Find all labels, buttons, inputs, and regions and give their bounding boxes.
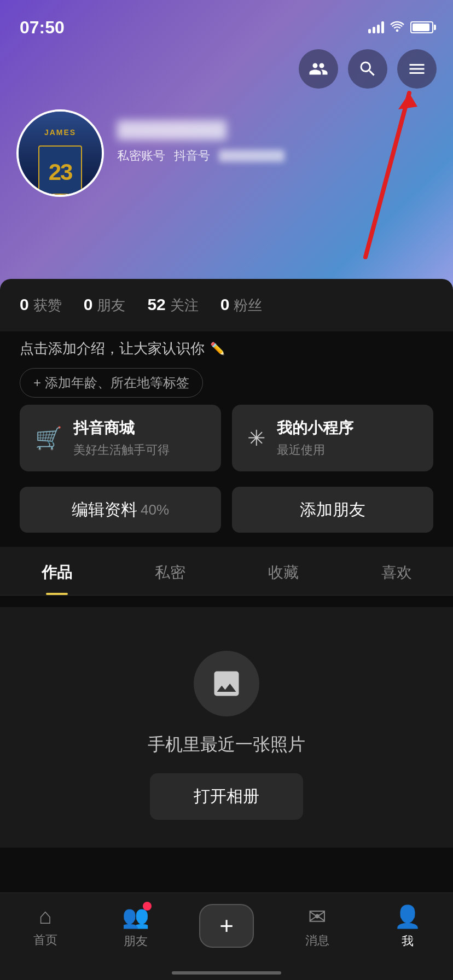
programs-name: 我的小程序 [277, 418, 353, 439]
tab-works-label: 作品 [42, 564, 72, 581]
stat-followers-value: 0 [220, 295, 230, 314]
stat-likes-label: 获赞 [33, 296, 62, 315]
nav-home-label: 首页 [33, 932, 57, 948]
mini-app-shop[interactable]: 🛒 抖音商城 美好生活触手可得 [20, 405, 221, 471]
tab-liked-label: 喜欢 [381, 564, 412, 581]
mini-app-programs[interactable]: ✳ 我的小程序 最近使用 [232, 405, 433, 471]
status-time: 07:50 [20, 18, 65, 38]
profile-name-blurred [117, 120, 226, 140]
stat-friends[interactable]: 0 朋友 [84, 295, 126, 315]
plus-icon: + [219, 914, 234, 938]
me-icon: 👤 [394, 904, 421, 930]
mini-apps-section: 🛒 抖音商城 美好生活触手可得 ✳ 我的小程序 最近使用 [0, 405, 453, 471]
friends-icon: 👥 [122, 904, 149, 930]
avatar[interactable]: JAMES 23 [16, 109, 104, 197]
home-indicator [172, 971, 281, 975]
tab-private-label: 私密 [155, 564, 185, 581]
shop-info: 抖音商城 美好生活触手可得 [73, 418, 170, 458]
avatar-image: JAMES 23 [19, 112, 102, 195]
shop-name: 抖音商城 [73, 418, 170, 439]
tab-works[interactable]: 作品 [0, 547, 113, 595]
home-icon: ⌂ [39, 904, 52, 929]
status-icons [368, 20, 433, 35]
menu-button[interactable] [397, 49, 437, 89]
add-friend-label: 添加朋友 [300, 499, 365, 521]
nav-friends-label: 朋友 [124, 933, 148, 949]
stat-friends-value: 0 [84, 295, 93, 314]
menu-icon [407, 59, 427, 79]
shop-desc: 美好生活触手可得 [73, 442, 170, 458]
tab-favorites-label: 收藏 [268, 564, 299, 581]
friends-badge [143, 902, 152, 911]
add-tag-button[interactable]: + 添加年龄、所在地等标签 [20, 368, 203, 398]
stat-friends-label: 朋友 [97, 296, 125, 315]
edit-profile-percent: 40% [141, 501, 169, 518]
add-friend-button[interactable]: 添加朋友 [232, 487, 433, 533]
bio-placeholder: 点击添加介绍，让大家认识你 [20, 339, 205, 358]
create-plus-button[interactable]: + [199, 904, 254, 948]
shop-icon: 🛒 [35, 425, 62, 451]
tab-liked[interactable]: 喜欢 [340, 547, 453, 595]
tabs-row: 作品 私密 收藏 喜欢 [0, 547, 453, 596]
jersey-name: JAMES [44, 128, 76, 137]
nav-messages-label: 消息 [305, 932, 329, 949]
photo-icon [210, 667, 243, 700]
bio-section: 点击添加介绍，让大家认识你 ✏️ + 添加年龄、所在地等标签 [0, 339, 453, 414]
contacts-button[interactable] [299, 49, 338, 89]
signal-bars-icon [368, 21, 384, 33]
programs-icon: ✳ [247, 425, 266, 451]
messages-icon: ✉ [308, 904, 327, 929]
tabs-section: 作品 私密 收藏 喜欢 [0, 547, 453, 596]
photo-icon-circle [194, 651, 259, 716]
tab-favorites[interactable]: 收藏 [226, 547, 340, 595]
stat-likes-value: 0 [20, 295, 29, 314]
bottom-nav: ⌂ 首页 👥 朋友 + ✉ 消息 👤 我 [0, 892, 453, 980]
jersey-number: 23 [49, 161, 72, 184]
stat-following-value: 52 [147, 295, 165, 314]
edit-bio-icon: ✏️ [210, 342, 225, 356]
stat-following-label: 关注 [170, 296, 199, 315]
open-album-button[interactable]: 打开相册 [150, 773, 303, 820]
edit-profile-button[interactable]: 编辑资料 40% [20, 487, 221, 533]
nav-create[interactable]: + [181, 904, 272, 948]
nav-messages[interactable]: ✉ 消息 [272, 904, 363, 949]
nav-friends[interactable]: 👥 朋友 [91, 904, 182, 949]
stat-followers[interactable]: 0 粉丝 [220, 295, 263, 315]
search-button[interactable] [348, 49, 387, 89]
bio-text-row[interactable]: 点击添加介绍，让大家认识你 ✏️ [20, 339, 433, 358]
tab-private[interactable]: 私密 [113, 547, 226, 595]
stat-following[interactable]: 52 关注 [147, 295, 198, 315]
add-tag-label: + 添加年龄、所在地等标签 [33, 374, 189, 392]
nav-me[interactable]: 👤 我 [362, 904, 453, 949]
open-album-label: 打开相册 [194, 787, 259, 805]
stat-followers-label: 粉丝 [234, 296, 262, 315]
top-actions [299, 49, 437, 89]
wifi-icon [390, 20, 405, 35]
nav-home[interactable]: ⌂ 首页 [0, 904, 91, 948]
status-bar: 07:50 [0, 0, 453, 44]
stats-section: 0 获赞 0 朋友 52 关注 0 粉丝 [0, 279, 453, 331]
programs-info: 我的小程序 最近使用 [277, 418, 353, 458]
battery-icon [410, 21, 433, 33]
programs-desc: 最近使用 [277, 442, 353, 458]
profile-text: 私密账号 抖音号 [117, 120, 284, 164]
profile-sub: 私密账号 抖音号 [117, 148, 284, 164]
empty-content-area: 手机里最近一张照片 打开相册 [0, 607, 453, 848]
empty-content-title: 手机里最近一张照片 [148, 733, 305, 757]
stat-likes[interactable]: 0 获赞 [20, 295, 62, 315]
search-icon [358, 59, 378, 79]
profile-douyin-label: 抖音号 [174, 148, 210, 164]
profile-private-label: 私密账号 [117, 148, 165, 164]
contacts-icon [309, 59, 328, 79]
edit-profile-label: 编辑资料 [72, 499, 137, 521]
nav-me-label: 我 [402, 933, 414, 949]
action-buttons: 编辑资料 40% 添加朋友 [0, 487, 453, 533]
profile-info: JAMES 23 私密账号 抖音号 [16, 109, 284, 197]
profile-id-blurred [219, 150, 284, 162]
stats-row: 0 获赞 0 朋友 52 关注 0 粉丝 [20, 295, 433, 315]
